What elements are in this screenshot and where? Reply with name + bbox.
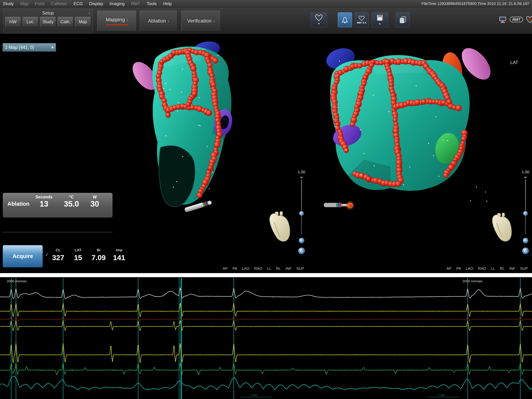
ablation-lesion [447, 99, 452, 104]
map-point [200, 125, 200, 126]
map-point [337, 107, 338, 108]
menu-point[interactable]: Point [35, 1, 44, 6]
temperature-value: 35.0 [64, 200, 79, 208]
orientation-row-left: AP PA LAO RAO LL RL INF SUP [223, 266, 304, 271]
mapping-mode-button[interactable]: Mapping› [97, 11, 137, 31]
temperature-header: °C [69, 195, 74, 200]
pan-down-button-left[interactable] [299, 238, 304, 243]
rotate-button-right[interactable] [522, 247, 529, 254]
ablation-label: Ablation [148, 18, 166, 24]
acquire-check-icon[interactable]: ✓ [45, 252, 49, 258]
heart-view-dropdown-icon[interactable]: ▾ [318, 22, 320, 25]
ablation-lesion [190, 66, 196, 72]
ablation-lesion [395, 181, 401, 187]
orient-ap[interactable]: AP [447, 266, 451, 271]
orient-ll[interactable]: LL [267, 266, 271, 271]
imp-value: 141 [113, 253, 125, 262]
map-point [403, 184, 404, 185]
orient-pa[interactable]: PA [456, 266, 461, 271]
save-dropdown-icon[interactable]: ▾ [379, 22, 380, 26]
loc-button[interactable]: Loc. [23, 17, 38, 27]
ablation-lesion [212, 58, 218, 63]
orient-rao[interactable]: RAO [254, 266, 262, 271]
map-selector-value: 1-Map (441, 0) [5, 45, 34, 50]
orient-sup[interactable]: SUP [296, 266, 304, 271]
orient-lao[interactable]: LAO [242, 266, 249, 271]
save-button[interactable]: ▾ [372, 13, 388, 27]
orient-inf[interactable]: INF [285, 266, 291, 271]
menu-study[interactable]: Study [3, 1, 14, 6]
setup-group: Setup › HW Loc. Study Cath. Map [3, 9, 93, 32]
orient-pa[interactable]: PA [233, 266, 237, 271]
rmt-logo: RMT [510, 17, 523, 22]
ecg-waveforms[interactable]: 1 sec1 sec [0, 277, 532, 399]
electroanatomic-map-scene[interactable] [0, 34, 532, 273]
map-model-left[interactable] [128, 39, 234, 207]
map-point [182, 156, 183, 157]
orient-sup[interactable]: SUP [520, 266, 528, 271]
map-point [408, 61, 409, 62]
orient-rl[interactable]: RL [276, 266, 281, 271]
map-point [173, 187, 174, 188]
study-button[interactable]: Study [40, 17, 56, 27]
zoom-track-left[interactable] [301, 180, 302, 234]
orientation-heart-right[interactable] [492, 213, 512, 241]
menu-catheter[interactable]: Catheter [51, 1, 67, 6]
map-point [339, 61, 340, 62]
orient-ap[interactable]: AP [223, 266, 228, 271]
acquire-button[interactable]: Acquire [3, 245, 43, 267]
orient-ll[interactable]: LL [491, 266, 495, 271]
slider-top-arrow-icon[interactable] [300, 177, 303, 178]
heart-view-button[interactable]: ▾ [311, 13, 327, 27]
map-button[interactable]: Map [75, 17, 91, 27]
orient-rl[interactable]: RL [500, 266, 505, 271]
verification-mode-button[interactable]: Verification› [181, 11, 221, 31]
zoom-handle-right[interactable] [523, 211, 528, 216]
map-model-right[interactable] [324, 43, 496, 191]
orient-lao[interactable]: LAO [466, 266, 473, 271]
map-selector[interactable]: 1-Map (441, 0) ▾ [3, 43, 56, 51]
map-selector-chevron-icon: ▾ [51, 45, 54, 50]
lat-header: LAT [75, 248, 81, 252]
orient-inf[interactable]: INF [509, 266, 515, 271]
panel-separator [0, 273, 532, 277]
ablation-catheter-right[interactable] [324, 201, 354, 210]
mapping-label: Mapping [106, 17, 125, 22]
menu-imaging[interactable]: Imaging [110, 1, 125, 6]
rotate-button-left[interactable] [298, 247, 305, 254]
pan-down-button-right[interactable] [523, 238, 528, 243]
lat-value: 15 [74, 253, 82, 262]
zoom-track-right[interactable] [525, 180, 526, 234]
map-point [346, 150, 347, 150]
menu-map[interactable]: Map [20, 1, 28, 6]
menu-display[interactable]: Display [89, 1, 103, 6]
slider-top-arrow-icon[interactable] [524, 177, 527, 178]
menu-ecg[interactable]: ECG [74, 1, 83, 6]
reference-heart-button[interactable]: REF 3-4 [355, 13, 369, 27]
trace-surface-ecg [0, 288, 532, 299]
trace-egm-yellow-3 [0, 343, 532, 363]
ref-label: REF 3-4 [357, 21, 366, 24]
map-point [436, 116, 437, 117]
ablation-panel: Ablation Seconds 13 °C 35.0 W 30 [3, 193, 113, 218]
chevron-down-icon [300, 240, 303, 241]
setup-expand-chevron[interactable]: › [89, 10, 90, 16]
orient-rao[interactable]: RAO [478, 266, 486, 271]
menu-help[interactable]: Help [163, 1, 172, 6]
ablation-lesion [165, 112, 171, 118]
menu-rmt[interactable]: RMT [131, 1, 140, 6]
menu-tools[interactable]: Tools [147, 1, 157, 6]
hw-button[interactable]: HW [5, 17, 21, 27]
cath-button[interactable]: Cath. [58, 17, 73, 27]
bell-icon [341, 16, 349, 24]
verification-chevron-icon: › [213, 19, 215, 23]
zoom-handle-left[interactable] [299, 211, 304, 216]
setup-label[interactable]: Setup [42, 11, 54, 16]
map-point [165, 135, 166, 136]
window-layout-button[interactable] [396, 13, 410, 27]
orientation-heart-left[interactable] [270, 211, 290, 241]
heart-icon [315, 14, 323, 21]
ablation-mode-button[interactable]: Ablation› [140, 11, 177, 31]
ablation-lesion [344, 148, 349, 153]
alarm-bell-button[interactable] [338, 13, 352, 27]
